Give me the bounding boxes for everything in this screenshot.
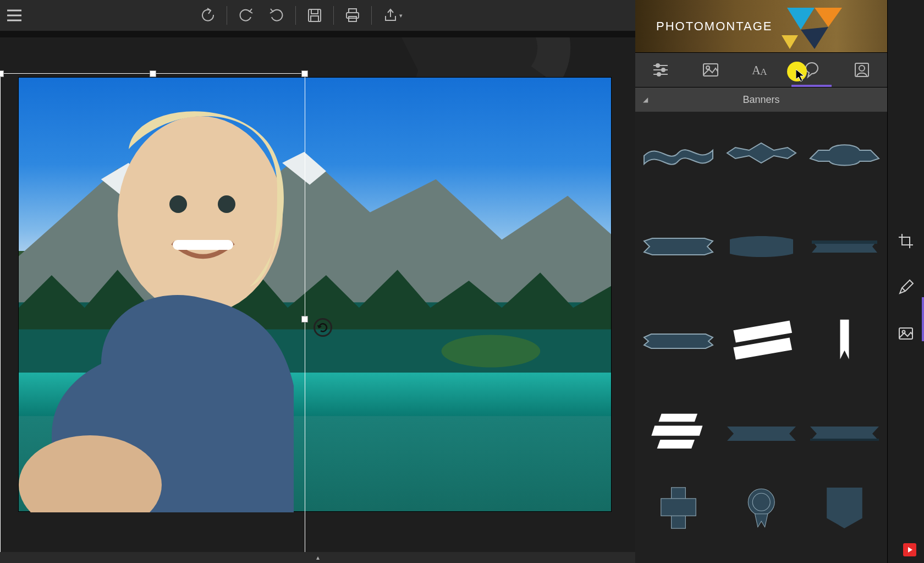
image-tool-button[interactable] xyxy=(896,324,916,343)
save-icon xyxy=(306,7,323,24)
crop-icon xyxy=(898,233,914,249)
svg-marker-24 xyxy=(782,35,798,49)
svg-marker-47 xyxy=(651,425,702,435)
svg-point-16 xyxy=(118,116,283,314)
rotate-handle[interactable] xyxy=(314,318,332,337)
save-button[interactable] xyxy=(299,0,330,31)
svg-marker-41 xyxy=(812,240,877,244)
side-accent-bar xyxy=(922,297,924,341)
svg-rect-31 xyxy=(703,64,718,76)
svg-point-19 xyxy=(218,195,235,213)
undo-all-button[interactable] xyxy=(193,0,223,31)
print-icon xyxy=(344,7,361,24)
share-icon xyxy=(382,7,399,24)
toolbar-divider xyxy=(333,6,334,25)
svg-point-18 xyxy=(169,195,187,213)
crop-tool-button[interactable] xyxy=(896,231,916,251)
banner-ribbon-notch[interactable] xyxy=(723,409,800,458)
banner-ribbon-diamond[interactable] xyxy=(723,128,800,178)
tab-shapes[interactable] xyxy=(787,53,837,87)
portrait-icon xyxy=(853,61,871,79)
svg-marker-49 xyxy=(727,427,796,441)
draw-tool-button[interactable] xyxy=(896,277,916,297)
svg-text:A: A xyxy=(752,63,761,77)
svg-rect-20 xyxy=(173,240,233,250)
tab-text[interactable]: A A xyxy=(736,53,787,87)
svg-marker-21 xyxy=(787,8,815,30)
resize-handle-tr[interactable] xyxy=(301,70,308,77)
print-button[interactable] xyxy=(337,0,368,31)
svg-marker-42 xyxy=(644,334,713,348)
banner-grid[interactable] xyxy=(635,112,887,563)
play-badge-icon[interactable] xyxy=(903,543,916,556)
canvas-bottom-bar[interactable]: ▴ xyxy=(0,552,635,563)
banner-ribbon-cut[interactable] xyxy=(640,222,717,271)
svg-marker-23 xyxy=(801,27,828,49)
svg-line-58 xyxy=(902,288,905,291)
banner-ribbon-wave[interactable] xyxy=(640,128,717,178)
svg-marker-57 xyxy=(827,488,862,528)
image-icon xyxy=(701,61,720,79)
banner-ribbon-rect-dark[interactable] xyxy=(723,222,800,271)
tab-adjust[interactable] xyxy=(635,53,686,87)
disclosure-icon: ◢ xyxy=(643,96,648,103)
banner-bookmark-white[interactable] xyxy=(806,315,883,365)
svg-text:A: A xyxy=(760,67,767,77)
redo-icon xyxy=(268,7,285,24)
panel-header: PHOTOMONTAGE xyxy=(635,0,887,52)
section-header[interactable]: ◢ Banners xyxy=(635,88,887,112)
banner-badge-pennant[interactable] xyxy=(806,483,883,533)
pencil-icon xyxy=(898,279,914,296)
banner-ribbon-center-arch[interactable] xyxy=(806,128,883,178)
banner-ribbon-stack-white[interactable] xyxy=(640,409,717,458)
undo-all-icon xyxy=(200,7,216,24)
undo-button[interactable] xyxy=(230,0,261,31)
toolbar-divider xyxy=(227,6,227,25)
tab-people[interactable] xyxy=(837,53,887,87)
panel-title: PHOTOMONTAGE xyxy=(656,19,772,34)
panel-tabs: A A xyxy=(635,52,887,88)
text-icon: A A xyxy=(752,61,771,79)
hamburger-icon xyxy=(7,9,22,21)
top-tools-group: ▾ xyxy=(193,0,406,31)
svg-rect-6 xyxy=(349,9,356,13)
tab-image[interactable] xyxy=(686,53,736,87)
svg-point-55 xyxy=(752,493,770,511)
rotate-icon xyxy=(317,321,329,334)
svg-point-36 xyxy=(859,65,865,71)
banner-badge-medal[interactable] xyxy=(723,483,800,533)
banner-ribbon-shadow[interactable] xyxy=(806,409,883,458)
svg-point-28 xyxy=(656,64,659,67)
banner-badge-rect[interactable] xyxy=(640,483,717,533)
svg-rect-53 xyxy=(661,499,695,516)
svg-marker-22 xyxy=(815,8,842,27)
resize-handle-mr[interactable] xyxy=(301,316,308,323)
svg-point-29 xyxy=(662,68,665,72)
section-title: Banners xyxy=(743,94,779,106)
share-button[interactable]: ▾ xyxy=(375,0,406,31)
canvas-photo[interactable] xyxy=(18,77,612,512)
menu-button[interactable] xyxy=(0,0,29,31)
banner-ribbon-3d-dark[interactable] xyxy=(806,222,883,271)
banner-ribbon-thin[interactable] xyxy=(640,315,717,365)
person-subject xyxy=(19,78,327,512)
svg-point-15 xyxy=(442,335,541,367)
canvas-top-strip xyxy=(0,31,635,37)
svg-rect-5 xyxy=(311,16,318,21)
sliders-icon xyxy=(651,61,670,79)
image-tool-icon xyxy=(898,325,914,342)
dropdown-caret-icon: ▾ xyxy=(399,12,403,19)
expand-caret-icon: ▴ xyxy=(316,554,320,561)
panel-side-rail xyxy=(887,0,924,563)
banner-ribbon-skew-white[interactable] xyxy=(723,315,800,365)
canvas-area[interactable]: ▴ xyxy=(0,37,635,563)
tangram-decor-icon xyxy=(782,2,848,52)
redo-button[interactable] xyxy=(261,0,292,31)
svg-rect-4 xyxy=(311,9,318,14)
svg-marker-51 xyxy=(810,439,879,441)
svg-marker-46 xyxy=(658,414,697,422)
resize-handle-tl[interactable] xyxy=(0,70,4,77)
svg-marker-45 xyxy=(840,320,849,359)
svg-marker-48 xyxy=(657,440,694,449)
resize-handle-tc[interactable] xyxy=(150,70,156,77)
